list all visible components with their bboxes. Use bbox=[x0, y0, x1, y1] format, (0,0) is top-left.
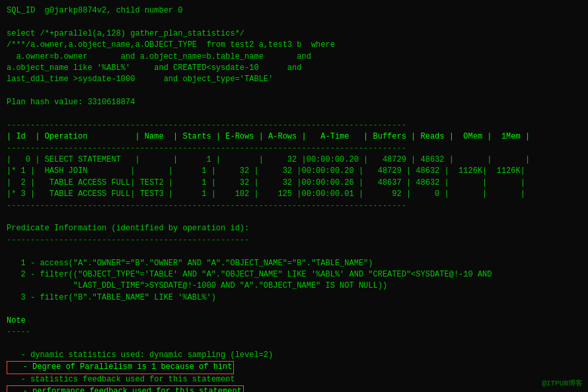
terminal-line-8: Plan hash value: 3310618874 bbox=[7, 97, 581, 108]
terminal-blank-line-26 bbox=[7, 304, 581, 315]
terminal-line-14: |* 1 | HASH JOIN | | 1 | 32 | 32 |00:00:… bbox=[7, 166, 581, 177]
terminal-blank-line-9 bbox=[7, 109, 581, 120]
note-header: Note bbox=[7, 315, 581, 327]
terminal-line-25: 3 - filter("B"."TABLE_NAME" LIKE '%ABL%'… bbox=[7, 292, 581, 304]
terminal-line-16: |* 3 | TABLE ACCESS FULL| TEST3 | 1 | 10… bbox=[7, 189, 581, 200]
terminal-blank-line-1 bbox=[7, 16, 581, 28]
terminal-line-0: SQL_ID g0jarkp8874v2, child number 0 bbox=[7, 5, 581, 16]
terminal-line-30: - dynamic statistics used: dynamic sampl… bbox=[7, 350, 581, 361]
terminal-line-13: | 0 | SELECT STATEMENT | | 1 | | 32 |00:… bbox=[7, 154, 581, 166]
terminal-blank-line-29 bbox=[7, 338, 581, 349]
terminal-line-31: - Degree of Parallelism is 1 because of … bbox=[7, 361, 581, 374]
terminal-line-33: - performance feedback used for this sta… bbox=[7, 385, 581, 392]
terminal-separator-17: ----------------------------------------… bbox=[7, 201, 581, 212]
terminal-window: SQL_ID g0jarkp8874v2, child number 0 sel… bbox=[0, 0, 588, 392]
terminal-blank-line-7 bbox=[7, 86, 581, 97]
terminal-separator-12: ----------------------------------------… bbox=[7, 143, 581, 154]
terminal-line-23: 2 - filter(("OBJECT_TYPE"='TABLE' AND "A… bbox=[7, 269, 581, 280]
terminal-line-3: /***/a.owner,a.object_name,a.OBJECT_TYPE… bbox=[7, 40, 581, 51]
terminal-line-5: a.object_name like '%ABL%' and CREATED<s… bbox=[7, 63, 581, 74]
watermark: @ITPUB博客 bbox=[542, 378, 583, 388]
terminal-line-22: 1 - access("A"."OWNER"="B"."OWNER" AND "… bbox=[7, 258, 581, 269]
terminal-line-4: a.owner=b.owner and a.object_name=b.tabl… bbox=[7, 51, 581, 63]
terminal-line-15: | 2 | TABLE ACCESS FULL| TEST2 | 1 | 32 … bbox=[7, 178, 581, 189]
terminal-blank-line-21 bbox=[7, 246, 581, 257]
terminal-separator-28: ----- bbox=[7, 327, 581, 338]
terminal-line-24: "LAST_DDL_TIME">SYSDATE@!-1000 AND "A"."… bbox=[7, 280, 581, 292]
terminal-line-6: last_ddl_time >sysdate-1000 and object_t… bbox=[7, 74, 581, 85]
table-header-row: | Id | Operation | Name | Starts | E-Row… bbox=[7, 131, 581, 143]
terminal-line-2: select /*+parallel(a,128) gather_plan_st… bbox=[7, 28, 581, 40]
terminal-separator-10: ----------------------------------------… bbox=[7, 120, 581, 131]
terminal-separator-20: ----------------------------------------… bbox=[7, 235, 581, 246]
terminal-blank-line-18 bbox=[7, 212, 581, 223]
terminal-line-19: Predicate Information (identified by ope… bbox=[7, 223, 581, 234]
terminal-line-32: - statistics feedback used for this stat… bbox=[7, 374, 581, 385]
